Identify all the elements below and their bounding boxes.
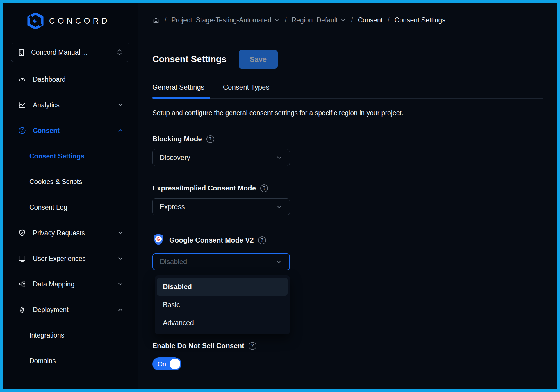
do-not-sell-label: Enable Do Not Sell Consent <box>152 342 244 350</box>
home-icon[interactable] <box>152 17 160 24</box>
breadcrumb-separator: / <box>351 16 353 24</box>
sidebar-item-data-mapping[interactable]: Data Mapping <box>3 271 138 297</box>
express-implied-select[interactable]: Express <box>152 198 290 215</box>
chevron-down-icon <box>117 230 124 236</box>
selector-updown-icon <box>116 49 123 56</box>
sidebar-item-consent-log[interactable]: Consent Log <box>3 195 138 220</box>
breadcrumb-separator: / <box>165 16 166 24</box>
chevron-down-icon <box>340 17 346 23</box>
brand-name: CONCORD <box>49 17 110 26</box>
save-button[interactable]: Save <box>239 50 278 69</box>
blocking-mode-value: Discovery <box>160 154 190 162</box>
sidebar-item-consent-settings[interactable]: Consent Settings <box>3 143 138 169</box>
google-consent-select[interactable]: Disabled <box>152 253 290 270</box>
dashboard-gauge-icon <box>18 75 26 83</box>
help-icon[interactable]: ? <box>249 342 256 350</box>
breadcrumb-current-page: Consent Settings <box>395 16 445 24</box>
breadcrumb-region-dropdown[interactable]: Region: Default <box>292 16 346 24</box>
express-implied-label-row: Express/Implied Consent Mode ? <box>152 184 543 192</box>
toggle-knob <box>170 359 180 369</box>
help-icon[interactable]: ? <box>258 236 266 244</box>
breadcrumb-consent-link[interactable]: Consent <box>358 16 383 24</box>
sidebar-item-cookies-scripts[interactable]: Cookies & Scripts <box>3 169 138 195</box>
chevron-down-icon <box>274 17 280 23</box>
svg-text:G: G <box>156 236 160 242</box>
sidebar-item-dashboard[interactable]: Dashboard <box>3 67 138 92</box>
google-consent-label: Google Consent Mode V2 <box>169 236 254 244</box>
sidebar-item-label: Deployment <box>33 306 69 314</box>
page-content: Consent Settings Save General Settings C… <box>138 38 557 370</box>
sidebar-item-label: Consent <box>33 127 60 135</box>
dropdown-option-advanced[interactable]: Advanced <box>157 314 288 332</box>
dropdown-option-basic[interactable]: Basic <box>157 296 288 314</box>
blocking-mode-label: Blocking Mode <box>152 135 202 143</box>
sidebar-item-label: Cookies & Scripts <box>29 178 82 186</box>
chevron-down-icon <box>117 255 124 262</box>
sidebar-item-privacy-requests[interactable]: Privacy Requests <box>3 220 138 246</box>
do-not-sell-label-row: Enable Do Not Sell Consent ? <box>152 342 543 350</box>
shield-check-icon <box>18 229 26 237</box>
monitor-icon <box>18 254 26 263</box>
sidebar-item-consent[interactable]: Consent <box>3 118 138 143</box>
dropdown-option-disabled[interactable]: Disabled <box>157 278 288 296</box>
cookie-icon <box>18 126 26 135</box>
concord-logo-icon <box>27 13 44 29</box>
chevron-down-icon <box>275 258 282 265</box>
sidebar-item-label: User Experiences <box>33 255 86 263</box>
sidebar-item-label: Data Mapping <box>33 280 74 288</box>
google-shield-icon: G <box>152 233 165 247</box>
blocking-mode-label-row: Blocking Mode ? <box>152 135 543 143</box>
express-implied-value: Express <box>160 203 185 211</box>
sidebar: CONCORD Concord Manual ... <box>3 3 138 389</box>
chevron-up-icon <box>117 127 124 134</box>
chevron-down-icon <box>117 281 124 287</box>
google-consent-label-wrap: Google Consent Mode V2 ? <box>169 236 266 244</box>
sidebar-item-integrations[interactable]: Integrations <box>3 322 138 348</box>
tab-consent-types[interactable]: Consent Types <box>223 83 270 98</box>
chevron-down-icon <box>276 154 283 161</box>
sidebar-item-deployment[interactable]: Deployment <box>3 297 138 322</box>
chevron-up-icon <box>117 307 124 313</box>
google-consent-value: Disabled <box>160 258 187 266</box>
sidebar-nav: Dashboard Analytics <box>3 67 138 374</box>
chevron-down-icon <box>117 102 124 108</box>
sidebar-item-label: Domains <box>29 357 56 365</box>
workspace-selector-label: Concord Manual ... <box>31 49 88 56</box>
page-title: Consent Settings <box>152 54 227 65</box>
sidebar-item-label: Privacy Requests <box>33 229 85 237</box>
app-window: CONCORD Concord Manual ... <box>0 0 560 392</box>
section-description: Setup and configure the general consent … <box>152 109 543 117</box>
breadcrumb-separator: / <box>285 16 286 24</box>
building-icon <box>17 49 25 56</box>
sidebar-item-label: Integrations <box>29 332 64 339</box>
help-icon[interactable]: ? <box>260 184 268 192</box>
help-icon[interactable]: ? <box>206 135 214 143</box>
breadcrumb-region-label: Region: Default <box>292 16 338 24</box>
main-area: / Project: Stage-Testing-Automated / Reg… <box>138 3 557 389</box>
toggle-on-label: On <box>158 360 166 368</box>
analytics-chart-icon <box>18 101 26 109</box>
breadcrumb-project-label: Project: Stage-Testing-Automated <box>171 16 271 24</box>
workspace-selector[interactable]: Concord Manual ... <box>11 43 129 62</box>
breadcrumb-separator: / <box>388 16 389 24</box>
express-implied-label: Express/Implied Consent Mode <box>152 184 256 192</box>
tab-general-settings[interactable]: General Settings <box>152 83 204 98</box>
sidebar-item-label: Dashboard <box>33 76 66 83</box>
google-consent-dropdown-menu: Disabled Basic Advanced <box>155 275 290 334</box>
tab-bar: General Settings Consent Types <box>152 83 543 99</box>
chevron-down-icon <box>276 203 283 210</box>
breadcrumb-project-dropdown[interactable]: Project: Stage-Testing-Automated <box>171 16 280 24</box>
blocking-mode-select[interactable]: Discovery <box>152 149 290 166</box>
sidebar-item-label: Analytics <box>33 101 60 109</box>
sidebar-item-user-experiences[interactable]: User Experiences <box>3 246 138 271</box>
google-consent-label-row: G Google Consent Mode V2 ? <box>152 233 543 247</box>
rocket-icon <box>18 306 26 314</box>
breadcrumb: / Project: Stage-Testing-Automated / Reg… <box>138 3 557 38</box>
sidebar-item-label: Consent Log <box>29 204 67 211</box>
do-not-sell-toggle[interactable]: On <box>152 357 181 370</box>
concord-logo: CONCORD <box>3 3 138 29</box>
sitemap-flow-icon <box>18 280 26 288</box>
sidebar-item-label: Consent Settings <box>29 152 84 160</box>
sidebar-item-analytics[interactable]: Analytics <box>3 92 138 118</box>
sidebar-item-domains[interactable]: Domains <box>3 348 138 374</box>
